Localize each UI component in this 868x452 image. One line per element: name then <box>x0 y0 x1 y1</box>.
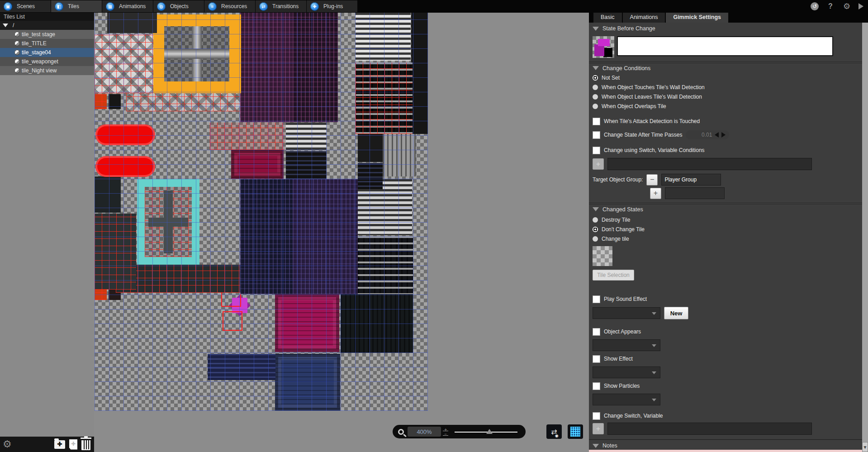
radio-icon[interactable] <box>593 85 598 90</box>
radio-change-tile[interactable]: Change tile <box>589 234 868 243</box>
checkbox-icon[interactable] <box>593 382 600 390</box>
tile-cluster[interactable] <box>208 354 275 380</box>
checkbox-show-effect[interactable]: Show Effect <box>589 354 868 364</box>
collapse-arrow-icon[interactable] <box>3 24 8 27</box>
tile-cluster[interactable] <box>286 123 327 150</box>
settings-gear-icon[interactable]: ⚙ <box>842 1 851 11</box>
condition-list-field[interactable] <box>607 158 812 170</box>
new-sound-button[interactable]: New <box>664 307 688 319</box>
add-group-button[interactable]: + <box>650 188 661 199</box>
player-group-field[interactable]: Player Group <box>661 174 721 186</box>
checkbox-time-passes[interactable]: Change State After Time Passes 0.01 <box>589 130 868 140</box>
run-play-icon[interactable] <box>859 3 863 10</box>
grid-toggle-button[interactable] <box>568 424 583 439</box>
decrement-arrow-icon[interactable] <box>715 132 719 138</box>
radio-overlaps-tile[interactable]: When Object Overlaps Tile <box>589 101 868 111</box>
tileset-canvas[interactable]: 400% ＋－ ⇄ <box>95 13 589 452</box>
state-name-field[interactable] <box>617 36 833 56</box>
checkbox-icon[interactable] <box>593 328 600 336</box>
tab-scenes[interactable]: ▣ Scenes <box>0 0 51 12</box>
tile-cluster[interactable] <box>240 13 293 122</box>
zoom-slider-thumb[interactable] <box>486 429 493 434</box>
radio-icon[interactable] <box>593 227 598 232</box>
tile-cluster[interactable] <box>356 62 413 134</box>
checkbox-switch-variable-conditions[interactable]: Change using Switch, Variable Conditions <box>589 145 868 155</box>
delete-icon[interactable] <box>81 440 90 450</box>
checkbox-icon[interactable] <box>593 355 600 363</box>
radio-icon[interactable] <box>593 94 598 100</box>
tab-animations-panel[interactable]: Animations <box>623 13 665 23</box>
tile-cluster[interactable] <box>223 311 242 331</box>
radio-icon[interactable] <box>593 75 598 81</box>
tile-cluster[interactable] <box>358 163 383 189</box>
zoom-stepper[interactable]: ＋－ <box>443 428 448 436</box>
object-dropdown[interactable] <box>593 339 660 351</box>
tile-cluster[interactable] <box>152 14 241 93</box>
tile-cluster[interactable] <box>358 236 413 294</box>
tree-root[interactable]: / <box>0 21 94 30</box>
tile-cluster[interactable] <box>341 294 413 353</box>
empty-group-field[interactable] <box>665 187 725 199</box>
help-icon[interactable]: ? <box>826 2 835 10</box>
tile-cluster[interactable] <box>293 179 358 294</box>
section-change-conditions[interactable]: Change Conditions <box>589 63 868 73</box>
radio-icon[interactable] <box>593 217 598 223</box>
switch-list-field[interactable] <box>607 423 812 435</box>
tile-cluster[interactable] <box>95 176 121 213</box>
checkbox-object-appears[interactable]: Object Appears <box>589 327 868 337</box>
collapse-triangle-icon[interactable] <box>593 207 599 211</box>
particles-dropdown[interactable] <box>593 394 660 405</box>
add-tileset-icon[interactable] <box>69 439 77 450</box>
zoom-value[interactable]: 400% <box>408 427 441 437</box>
tile-cluster[interactable] <box>95 94 107 109</box>
increment-arrow-icon[interactable] <box>721 132 726 138</box>
tile-selection-button[interactable]: Tile Selection <box>593 270 634 281</box>
effect-dropdown[interactable] <box>593 366 660 378</box>
sidebar-item-tile-weaponget[interactable]: tile_weaponget <box>0 57 94 66</box>
tab-transitions[interactable]: ⇄ Transitions <box>256 0 306 12</box>
tile-cluster[interactable] <box>210 123 285 150</box>
section-state-before-change[interactable]: State Before Change <box>589 24 868 33</box>
tile-cluster[interactable] <box>293 13 338 122</box>
sidebar-item-tile-stage04[interactable]: tile_stage04 <box>0 48 94 57</box>
tile-cluster[interactable] <box>356 13 411 61</box>
tab-tiles[interactable]: ◧ Tiles <box>51 0 102 12</box>
checkbox-icon[interactable] <box>593 412 600 420</box>
time-spinner[interactable]: 0.01 <box>686 130 729 139</box>
radio-touches-wall[interactable]: When Object Touches Tile's Wall Detectio… <box>589 82 868 92</box>
checkbox-icon[interactable] <box>593 295 600 303</box>
checkbox-icon[interactable] <box>593 131 600 139</box>
checkbox-show-particles[interactable]: Show Particles <box>589 381 868 391</box>
tile-cluster[interactable] <box>95 214 136 290</box>
radio-destroy-tile[interactable]: Destroy Tile <box>589 215 868 224</box>
tile-cluster[interactable] <box>126 93 240 111</box>
remove-group-button[interactable]: − <box>646 174 658 186</box>
tile-cluster[interactable] <box>95 124 155 145</box>
collapse-triangle-icon[interactable] <box>593 66 599 70</box>
fit-view-button[interactable]: ⇄ <box>546 424 562 439</box>
radio-not-set[interactable]: Not Set <box>589 73 868 82</box>
tab-resources[interactable]: ≡ Resources <box>204 0 255 12</box>
tab-objects[interactable]: ◍ Objects <box>153 0 204 12</box>
sidebar-item-tile-title[interactable]: tile_TITLE <box>0 39 94 48</box>
collapse-triangle-icon[interactable] <box>593 444 599 448</box>
radio-dont-change-tile[interactable]: Don't Change Tile <box>589 224 868 234</box>
tile-cluster[interactable] <box>411 13 428 134</box>
tab-gimmick-settings[interactable]: Gimmick Settings <box>666 13 728 23</box>
tile-cluster[interactable] <box>95 156 155 177</box>
tile-cluster[interactable] <box>137 179 199 265</box>
collapse-triangle-icon[interactable] <box>593 27 599 31</box>
tile-cluster[interactable] <box>107 13 157 33</box>
radio-leaves-wall[interactable]: When Object Leaves Tile's Wall Detection <box>589 92 868 101</box>
add-switch-button[interactable]: + <box>593 423 604 434</box>
checkbox-play-sound[interactable]: Play Sound Effect <box>589 294 868 304</box>
tile-cluster[interactable] <box>231 150 284 179</box>
checkbox-icon[interactable] <box>593 147 600 154</box>
add-condition-button[interactable]: + <box>593 158 604 170</box>
section-changed-states[interactable]: Changed States <box>589 204 868 214</box>
panel-scrollbar[interactable]: ▼ <box>862 23 868 452</box>
scroll-down-arrow-icon[interactable]: ▼ <box>862 442 868 452</box>
sidebar-item-tile-test-stage[interactable]: tile_test stage <box>0 30 94 39</box>
change-tile-thumbnail[interactable] <box>593 246 612 266</box>
tab-basic[interactable]: Basic <box>593 13 622 23</box>
